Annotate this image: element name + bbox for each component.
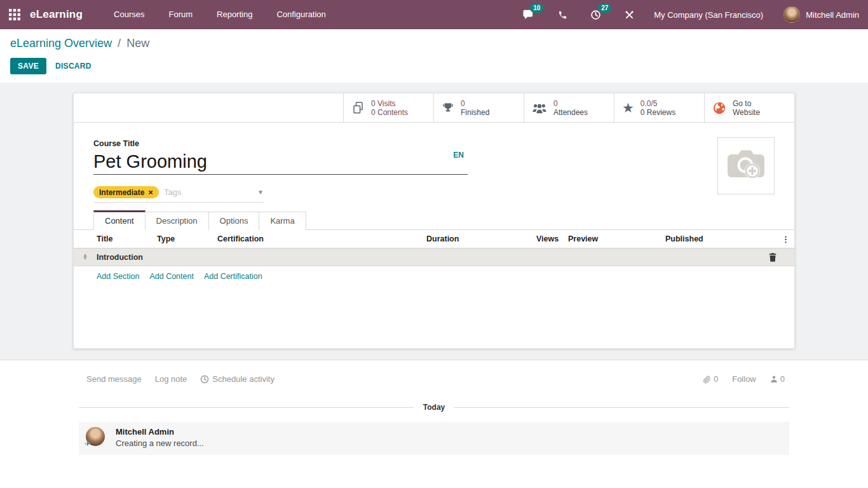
menu-forum[interactable]: Forum (156, 0, 205, 29)
user-avatar (783, 6, 800, 23)
discard-button[interactable]: DISCARD (55, 62, 92, 71)
chatter: Send message Log note Schedule activity … (0, 374, 868, 455)
stat-finished-label: Finished (461, 108, 489, 117)
column-certification: Certification (217, 234, 426, 243)
stat-button-visits-contents[interactable]: 0 Visits 0 Contents (343, 93, 433, 122)
save-button[interactable]: SAVE (10, 58, 46, 74)
log-note-button[interactable]: Log note (155, 374, 187, 384)
language-badge[interactable]: EN (453, 151, 464, 159)
globe-icon (712, 101, 726, 115)
delete-row-icon[interactable] (769, 253, 776, 262)
send-message-button[interactable]: Send message (86, 374, 142, 384)
stat-button-row: 0 Visits 0 Contents 0 Finished (74, 93, 794, 123)
column-duration: Duration (426, 234, 536, 243)
company-switcher[interactable]: My Company (San Francisco) (654, 10, 763, 20)
date-divider-label: Today (423, 403, 445, 412)
followers-button[interactable]: 0 (770, 374, 785, 384)
form-view-background: 0 Visits 0 Contents 0 Finished (0, 83, 868, 360)
content-list: Title Type Certification Duration Views … (74, 230, 794, 281)
navbar-systray: 10 27 My Company (San Francisco) Mitchel… (499, 6, 859, 23)
optional-columns-icon[interactable]: ⋮ (782, 234, 790, 244)
column-type: Type (157, 234, 217, 243)
course-title-value: Pet Grooming (93, 149, 468, 173)
add-content-link[interactable]: Add Content (149, 272, 194, 281)
column-preview: Preview (568, 234, 665, 243)
trophy-icon (442, 102, 454, 114)
list-add-links: Add Section Add Content Add Certificatio… (74, 266, 794, 281)
people-icon (532, 102, 547, 114)
column-title: Title (97, 234, 157, 243)
follower-person-icon (770, 375, 778, 383)
paperclip-icon (703, 375, 711, 384)
control-panel: eLearning Overview / New SAVE DISCARD (0, 29, 868, 83)
stat-website: Website (733, 108, 760, 117)
top-navbar: eLearning Courses Forum Reporting Config… (0, 0, 868, 29)
documents-icon (351, 101, 365, 114)
schedule-activity-label: Schedule activity (212, 374, 275, 384)
stat-button-attendees[interactable]: 0 Attendees (524, 93, 614, 122)
activities-badge: 27 (598, 4, 611, 13)
main-menu: Courses Forum Reporting Configuration (102, 0, 338, 29)
stat-button-go-to-website[interactable]: Go to Website (704, 93, 794, 122)
tools-icon[interactable] (624, 10, 635, 20)
tag-remove-icon[interactable]: × (148, 189, 153, 196)
stat-button-reviews[interactable]: ★ 0.0/5 0 Reviews (614, 93, 704, 122)
stat-button-finished[interactable]: 0 Finished (433, 93, 524, 122)
menu-courses[interactable]: Courses (102, 0, 156, 29)
date-divider: Today (79, 403, 789, 412)
column-views: Views (536, 234, 568, 243)
course-image-upload[interactable] (717, 137, 775, 194)
chatter-toolbar: Send message Log note Schedule activity … (86, 374, 785, 384)
add-section-link[interactable]: Add Section (97, 272, 139, 281)
stat-attendees-value: 0 (553, 99, 588, 108)
messages-icon[interactable]: 10 (522, 10, 535, 20)
follow-button[interactable]: Follow (732, 374, 756, 384)
section-row-introduction[interactable]: ▲▼ Introduction (74, 248, 794, 266)
apps-grid-icon[interactable] (9, 9, 20, 20)
message-author: Mitchell Admin (116, 427, 204, 437)
message-avatar: ✈ (86, 427, 105, 446)
tab-content[interactable]: Content (93, 210, 146, 230)
course-title-label: Course Title (93, 139, 139, 148)
stat-rating-value: 0.0/5 (641, 99, 675, 108)
user-name: Mitchell Admin (806, 10, 859, 20)
breadcrumb-parent[interactable]: eLearning Overview (10, 37, 112, 50)
menu-configuration[interactable]: Configuration (264, 0, 337, 29)
message-text: Creating a new record... (116, 438, 204, 448)
chatter-right-tools: 0 Follow 0 (689, 374, 785, 384)
breadcrumb: eLearning Overview / New (10, 37, 858, 50)
chevron-down-icon[interactable]: ▼ (257, 189, 264, 196)
tab-description[interactable]: Description (145, 212, 209, 230)
stat-reviews-label: 0 Reviews (641, 108, 675, 117)
menu-reporting[interactable]: Reporting (205, 0, 264, 29)
attachments-button[interactable]: 0 (703, 374, 718, 384)
tab-options[interactable]: Options (208, 212, 260, 230)
user-menu[interactable]: Mitchell Admin (783, 6, 859, 23)
form-sheet: 0 Visits 0 Contents 0 Finished (73, 93, 795, 349)
messages-badge: 10 (530, 4, 543, 13)
phone-icon[interactable] (558, 10, 567, 20)
tag-intermediate: Intermediate × (93, 186, 159, 198)
camera-plus-icon (725, 148, 767, 184)
stat-contents: 0 Contents (371, 108, 408, 117)
breadcrumb-separator: / (118, 37, 121, 50)
tags-input[interactable]: Intermediate × Tags ▼ (93, 186, 264, 203)
activities-clock-icon[interactable]: 27 (590, 10, 601, 20)
column-published: Published (665, 234, 781, 243)
tags-placeholder: Tags (164, 187, 257, 197)
plane-icon: ✈ (85, 440, 90, 448)
breadcrumb-current: New (126, 37, 149, 50)
follower-count: 0 (780, 374, 785, 384)
drag-handle-icon[interactable]: ▲▼ (83, 254, 88, 260)
app-name: eLearning (30, 8, 83, 21)
schedule-activity-button[interactable]: Schedule activity (200, 374, 275, 384)
tab-karma[interactable]: Karma (259, 212, 306, 230)
add-certification-link[interactable]: Add Certification (204, 272, 262, 281)
stat-finished-value: 0 (461, 99, 489, 108)
notebook-tabs: Content Description Options Karma (74, 210, 794, 230)
clock-icon (200, 375, 209, 384)
tag-label: Intermediate (99, 188, 144, 197)
course-title-input[interactable]: Pet Grooming EN (93, 149, 468, 175)
chatter-message: ✈ Mitchell Admin Creating a new record..… (79, 422, 789, 455)
star-icon: ★ (622, 102, 634, 114)
